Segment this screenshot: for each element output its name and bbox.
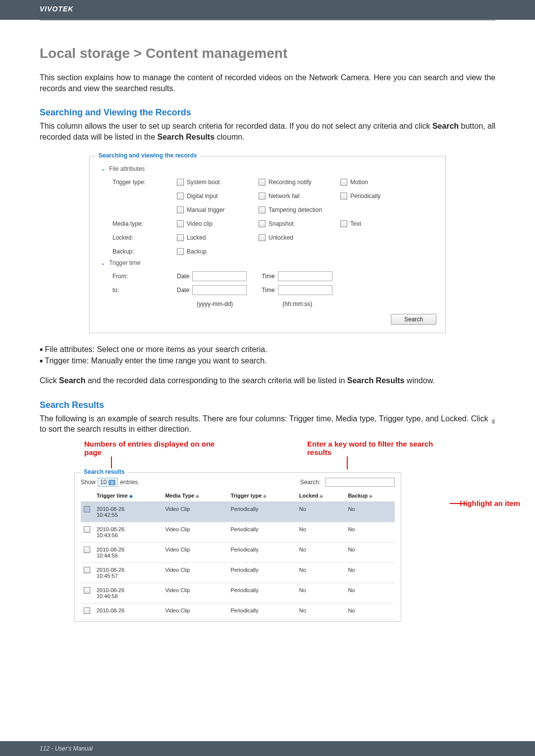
cell: 2010-08-2610:43:56	[94, 522, 162, 543]
hint-row: (yyyy-mm-dd) (hh:mm:ss)	[112, 298, 436, 310]
chk-recording-notify[interactable]: Recording notify	[259, 179, 340, 186]
cell: 2010-08-2610:44:56	[94, 543, 162, 563]
chevron-down-icon: ⌄	[101, 165, 107, 172]
table-row[interactable]: 2010-08-2610:44:56Video ClipPeriodically…	[81, 543, 395, 563]
cell: No	[345, 604, 395, 619]
from-time-input[interactable]	[278, 271, 332, 281]
opt-label: Recording notify	[268, 179, 312, 186]
col-backup[interactable]: Backup◆	[345, 490, 395, 502]
to-time-input[interactable]	[278, 285, 332, 295]
opt-label: Network fail	[268, 193, 300, 200]
chk-backup[interactable]: Backup	[177, 248, 259, 255]
intro-text: This section explains how to manage the …	[40, 72, 495, 94]
checkbox-icon	[177, 234, 184, 241]
table-row[interactable]: 2010-08-2610:42:55Video ClipPeriodically…	[81, 502, 395, 522]
results-search-label: Search:	[300, 479, 321, 486]
results-desc-pre: The following is an example of search re…	[40, 414, 490, 423]
chk-video-clip[interactable]: Video clip	[177, 220, 259, 227]
backup-row: Backup: Backup	[112, 246, 436, 257]
click-search-text: Click Search and the recorded data corre…	[40, 375, 495, 386]
media-type-row: Media type: Video clip Snapshot Text	[112, 218, 436, 230]
cell: No	[296, 502, 345, 522]
chk-network-fail[interactable]: Network fail	[259, 193, 340, 200]
trigger-type-label: Trigger type:	[112, 179, 177, 186]
results-controls-row: Show 10 v entries Search:	[81, 478, 395, 487]
table-row[interactable]: 2010-08-2610:45:57Video ClipPeriodically…	[81, 563, 395, 583]
locked-row: Locked: Locked Unlocked	[112, 232, 436, 244]
annot-right-wrap: Enter a key word to filter the search re…	[307, 440, 441, 470]
trigger-type-row3: Manual trigger Tampering detection	[112, 204, 436, 216]
checkbox-icon	[177, 220, 184, 227]
results-search-input[interactable]	[325, 478, 395, 487]
cell: Periodically	[227, 563, 296, 583]
from-date-input[interactable]	[192, 271, 247, 281]
entries-select[interactable]: 10 v	[98, 478, 118, 487]
chk-unlocked[interactable]: Unlocked	[259, 234, 340, 241]
checkbox-icon	[340, 179, 347, 186]
checkbox-icon	[177, 193, 184, 200]
trigger-type-row2: Digital input Network fail Periodically	[112, 190, 436, 202]
sort-icon	[490, 414, 495, 423]
row-checkbox[interactable]	[84, 506, 90, 512]
checkbox-icon	[259, 234, 266, 241]
checkbox-icon	[259, 179, 266, 186]
chk-motion[interactable]: Motion	[340, 179, 422, 186]
entries-value: 10	[100, 479, 107, 486]
col-trigger-type[interactable]: Trigger type◆	[227, 490, 296, 502]
cell: No	[345, 563, 395, 583]
col-media-type[interactable]: Media Type◆	[162, 490, 227, 502]
th-label: Locked	[299, 493, 319, 499]
media-type-label: Media type:	[112, 220, 177, 227]
chk-tampering[interactable]: Tampering detection	[259, 206, 358, 213]
cell: No	[345, 502, 395, 522]
date-label: Date	[177, 273, 189, 280]
brand-bar: VIVOTEK	[0, 0, 535, 20]
brand-text: VIVOTEK	[40, 5, 73, 13]
row-checkbox[interactable]	[84, 587, 90, 594]
chk-digital-input[interactable]: Digital input	[177, 193, 259, 200]
opt-label: Tampering detection	[268, 206, 322, 213]
col-locked[interactable]: Locked◆	[296, 490, 345, 502]
to-date-input[interactable]	[192, 285, 247, 295]
row-checkbox[interactable]	[84, 607, 90, 614]
from-row: From: Date Time	[112, 270, 436, 282]
sort-icon: ◆	[196, 494, 199, 499]
chk-snapshot[interactable]: Snapshot	[259, 220, 340, 227]
to-row: to: Date Time	[112, 284, 436, 296]
chk-manual-trigger[interactable]: Manual trigger	[177, 206, 259, 213]
cell: No	[296, 583, 345, 604]
search-desc-b1: Search	[432, 122, 459, 130]
cell: Periodically	[227, 583, 296, 604]
chk-text[interactable]: Text	[340, 220, 422, 227]
trigger-time-toggle[interactable]: ⌄ Trigger time	[101, 259, 436, 266]
from-label: From:	[112, 273, 177, 280]
results-annotated-block: Numbers of entries displayed on one page…	[74, 440, 461, 622]
row-checkbox[interactable]	[84, 567, 90, 573]
row-checkbox[interactable]	[84, 547, 90, 553]
chk-system-boot[interactable]: System boot	[177, 179, 259, 186]
opt-label: Video clip	[187, 220, 213, 227]
th-label: Media Type	[165, 493, 194, 499]
trigger-type-row: Trigger type: System boot Recording noti…	[112, 176, 436, 188]
footer-text: 112 - User's Manual	[40, 745, 93, 752]
square-bullet-icon: ■	[40, 347, 43, 352]
chk-periodically[interactable]: Periodically	[340, 193, 422, 200]
chk-locked[interactable]: Locked	[177, 234, 259, 241]
table-row[interactable]: 2010-08-2610:43:56Video ClipPeriodically…	[81, 522, 395, 543]
search-fieldset: Searching and viewing the records ⌄ File…	[89, 156, 446, 333]
file-attributes-toggle[interactable]: ⌄ File attributes	[101, 165, 436, 172]
opt-label: Digital input	[187, 193, 218, 200]
search-button[interactable]: Search	[391, 314, 436, 325]
col-trigger-time[interactable]: Trigger time◆	[94, 490, 162, 502]
row-checkbox[interactable]	[84, 526, 90, 533]
content-area: Local storage > Content management This …	[0, 21, 535, 622]
results-fieldset: Search results Show 10 v entries Search:	[74, 472, 401, 622]
table-row[interactable]: 2010-08-26Video ClipPeriodicallyNoNo	[81, 604, 395, 619]
cs-b2: Search Results	[347, 376, 405, 385]
cell: Video Clip	[162, 563, 227, 583]
cell: Periodically	[227, 604, 296, 619]
trigger-time-label: Trigger time	[109, 259, 141, 266]
cell: No	[296, 563, 345, 583]
table-row[interactable]: 2010-08-2610:46:58Video ClipPeriodically…	[81, 583, 395, 604]
opt-label: Snapshot	[268, 220, 294, 227]
